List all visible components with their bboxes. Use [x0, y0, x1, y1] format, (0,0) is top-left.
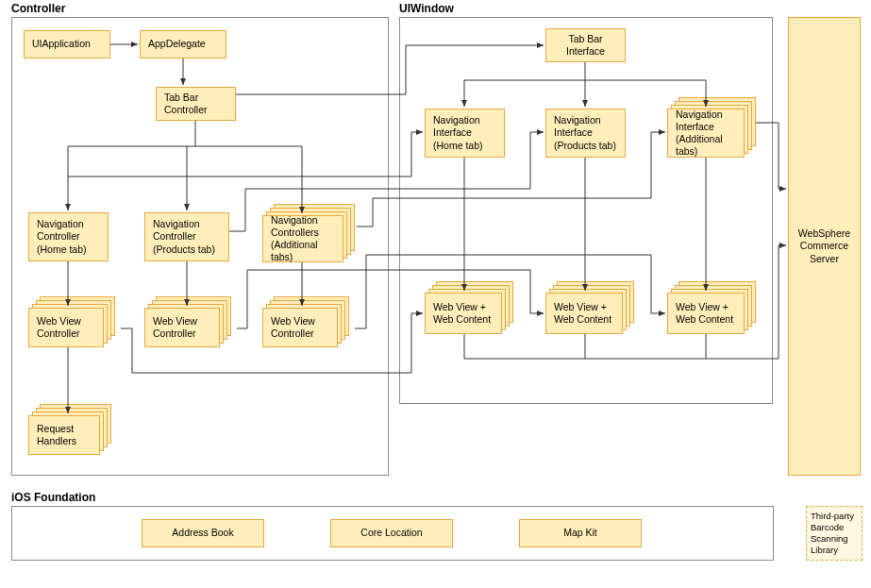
core-location: Core Location: [330, 519, 453, 547]
uiwindow-title: UIWindow: [399, 2, 454, 15]
webview-content-3-stack: Web View + Web Content: [667, 281, 762, 334]
nav-iface-additional-stack: Navigation Interface (Additional tabs): [667, 97, 762, 158]
tabbar-controller-node: Tab Bar Controller: [156, 87, 236, 121]
webview-ctrl-2: Web View Controller: [144, 308, 220, 347]
nav-iface-products: Navigation Interface (Products tab): [545, 109, 626, 158]
appdelegate-node: AppDelegate: [140, 30, 226, 59]
webview-ctrl-1-stack: Web View Controller: [28, 296, 121, 347]
webview-content-3: Web View + Web Content: [667, 293, 745, 334]
request-handlers-stack: Request Handlers: [28, 404, 121, 455]
webview-ctrl-3-stack: Web View Controller: [262, 296, 355, 347]
third-party-library: Third-party Barcode Scanning Library: [806, 506, 863, 561]
nav-ctrl-additional-stack: Navigation Controllers (Additional tabs): [262, 204, 357, 262]
webview-content-2-stack: Web View + Web Content: [545, 281, 640, 334]
uiwindow-container: [399, 17, 773, 404]
nav-ctrl-products: Navigation Controller (Products tab): [144, 212, 229, 261]
map-kit: Map Kit: [519, 519, 642, 547]
tabbar-interface: Tab Bar Interface: [545, 28, 626, 62]
controller-title: Controller: [11, 2, 65, 15]
request-handlers: Request Handlers: [28, 415, 100, 455]
address-book: Address Book: [142, 519, 264, 547]
websphere-server: WebSphere Commerce Server: [788, 17, 861, 476]
webview-ctrl-1: Web View Controller: [28, 308, 104, 347]
nav-iface-additional: Navigation Interface (Additional tabs): [667, 109, 745, 158]
nav-ctrl-home: Navigation Controller (Home tab): [28, 212, 109, 261]
webview-content-2: Web View + Web Content: [545, 293, 623, 334]
webview-ctrl-3: Web View Controller: [262, 308, 338, 347]
nav-ctrl-additional: Navigation Controllers (Additional tabs): [262, 215, 343, 262]
uiapplication-node: UIApplication: [24, 30, 110, 59]
ios-foundation-title: iOS Foundation: [11, 491, 95, 504]
webview-content-1-stack: Web View + Web Content: [425, 281, 519, 334]
nav-iface-home: Navigation Interface (Home tab): [425, 109, 505, 158]
webview-content-1: Web View + Web Content: [425, 293, 502, 334]
webview-ctrl-2-stack: Web View Controller: [144, 296, 237, 347]
